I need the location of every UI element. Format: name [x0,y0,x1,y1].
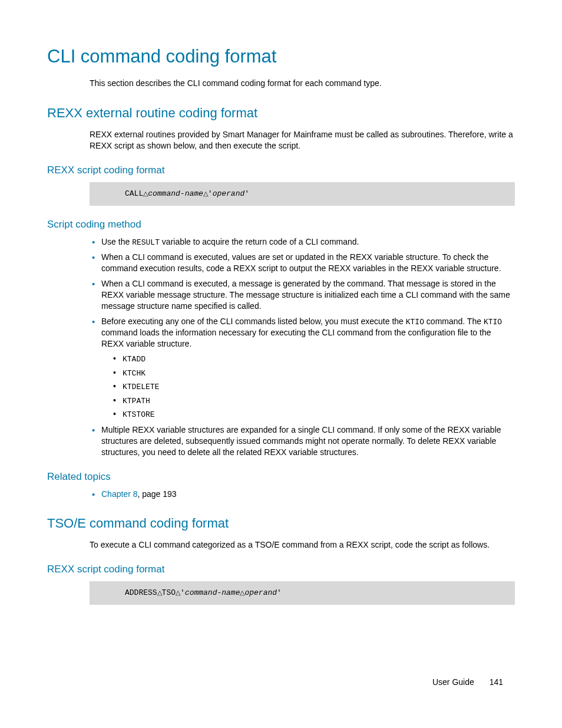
section-heading-rexx: REXX external routine coding format [47,106,515,121]
intro-paragraph: This section describes the CLI command c… [90,78,515,89]
related-list: Chapter 8, page 193 [90,489,515,500]
page-title: CLI command coding format [47,46,515,67]
list-item: KTDELETE [112,381,515,393]
chapter-link[interactable]: Chapter 8 [101,489,137,499]
page-number: 141 [490,677,503,687]
subheading-related-topics: Related topics [47,471,515,483]
list-item: KTSTORE [112,409,515,420]
list-item: Multiple REXX variable structures are ex… [90,424,515,458]
subheading-tsoe-script-format: REXX script coding format [47,564,515,575]
footer-label: User Guide [432,677,474,687]
list-item: Chapter 8, page 193 [90,489,515,500]
subheading-script-method: Script coding method [47,219,515,230]
list-item: Use the RESULT variable to acquire the r… [90,236,515,248]
rexx-intro: REXX external routines provided by Smart… [90,129,515,151]
list-item: KTCHK [112,367,515,379]
document-page: CLI command coding format This section d… [0,0,562,605]
code-block-tsoe: ADDRESS△TSO△'command-name△operand' [90,581,515,605]
code-block-rexx: CALL△command-name△'operand' [90,182,515,206]
list-item: When a CLI command is executed, a messag… [90,278,515,312]
related-rest: , page 193 [137,489,176,499]
section-heading-tsoe: TSO/E command coding format [47,516,515,531]
page-footer: User Guide 141 [432,677,503,687]
method-list: Use the RESULT variable to acquire the r… [90,236,515,458]
list-item: KTPATH [112,395,515,407]
list-item: KTADD [112,353,515,365]
sub-list: KTADD KTCHK KTDELETE KTPATH KTSTORE [112,353,515,420]
tsoe-intro: To execute a CLI command categorized as … [90,539,515,551]
code-text: CALL△command-name△'operand' [125,189,249,198]
list-item: When a CLI command is executed, values a… [90,252,515,274]
list-item: Before executing any one of the CLI comm… [90,316,515,420]
subheading-rexx-script-format: REXX script coding format [47,164,515,176]
code-text: ADDRESS△TSO△'command-name△operand' [125,588,282,597]
